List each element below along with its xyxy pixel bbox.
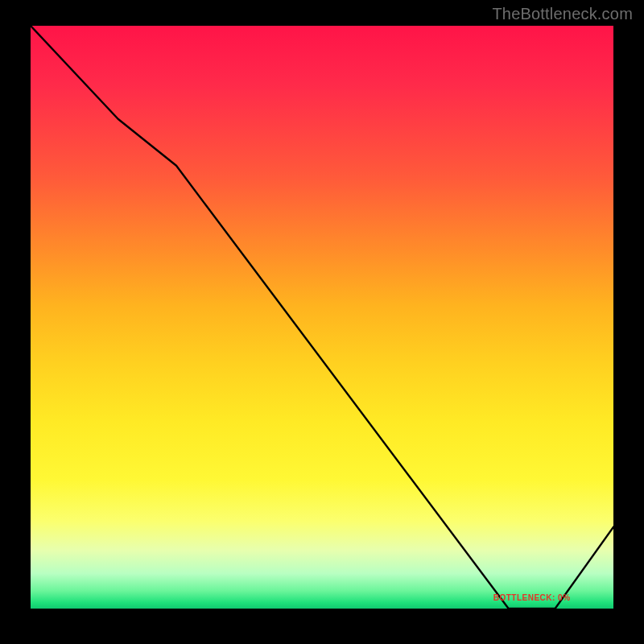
bottleneck-line-chart bbox=[31, 26, 613, 609]
bottleneck-annotation: BOTTLENECK: 0% bbox=[493, 593, 571, 602]
chart-frame: TheBottleneck.com BOTTLENECK: 0% bbox=[0, 0, 644, 644]
bottleneck-curve bbox=[31, 26, 613, 609]
watermark-text: TheBottleneck.com bbox=[492, 5, 633, 23]
plot-area: BOTTLENECK: 0% bbox=[31, 26, 613, 609]
